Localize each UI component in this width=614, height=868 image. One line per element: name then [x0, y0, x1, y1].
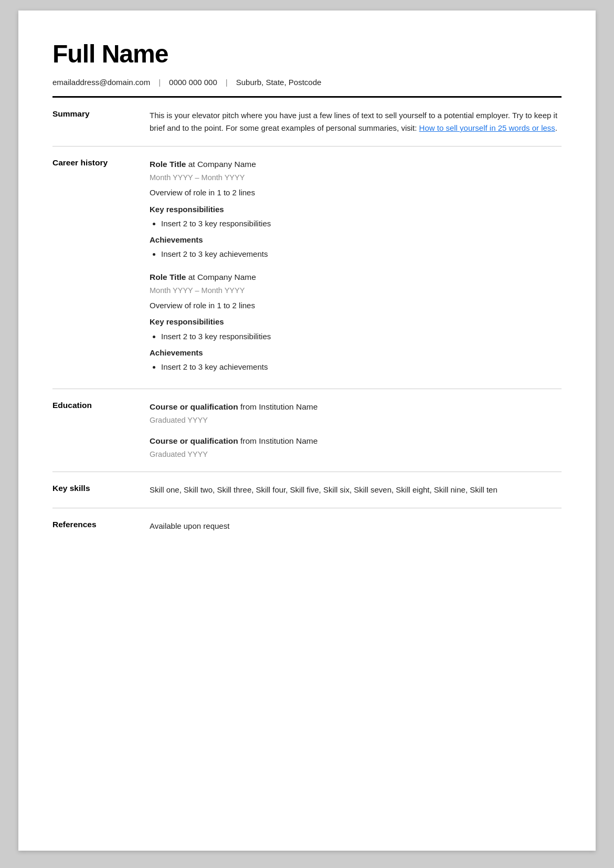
role-2-title: Role Title: [150, 273, 186, 281]
summary-text-part2: .: [555, 123, 557, 132]
role-1-achievements-label: Achievements: [150, 234, 562, 246]
edu-2-institution: from Institution Name: [240, 436, 317, 445]
full-name: Full Name: [52, 39, 562, 68]
skills-text: Skill one, Skill two, Skill three, Skill…: [150, 485, 497, 494]
career-history-label: Career history: [52, 147, 150, 389]
sections-table: Summary This is your elevator pitch wher…: [52, 98, 562, 543]
role-1-company: at Company Name: [188, 160, 256, 169]
role-1-title-line: Role Title at Company Name: [150, 158, 562, 171]
role-1-overview: Overview of role in 1 to 2 lines: [150, 186, 562, 198]
education-label: Education: [52, 389, 150, 472]
edu-1-institution: from Institution Name: [240, 402, 317, 411]
email: emailaddress@domain.com: [52, 78, 150, 87]
references-text: Available upon request: [150, 521, 229, 530]
role-1-achievement-1: Insert 2 to 3 key achievements: [161, 248, 562, 260]
education-row: Education Course or qualification from I…: [52, 389, 562, 472]
role-1-achievements-list: Insert 2 to 3 key achievements: [161, 248, 562, 260]
role-1-responsibilities-list: Insert 2 to 3 key responsibilities: [161, 217, 562, 229]
key-skills-label: Key skills: [52, 472, 150, 508]
edu-1-graduated: Graduated YYYY: [150, 414, 562, 426]
header-section: Full Name emailaddress@domain.com | 0000…: [52, 39, 562, 98]
role-2-responsibilities-label: Key responsibilities: [150, 316, 562, 328]
summary-link[interactable]: How to sell yourself in 25 words or less: [419, 123, 555, 132]
phone: 0000 000 000: [169, 78, 217, 87]
role-2-title-line: Role Title at Company Name: [150, 271, 562, 284]
role-2-achievement-1: Insert 2 to 3 key achievements: [161, 361, 562, 373]
contact-row: emailaddress@domain.com | 0000 000 000 |…: [52, 78, 562, 87]
role-1-responsibility-1: Insert 2 to 3 key responsibilities: [161, 217, 562, 229]
divider-1: |: [158, 78, 161, 87]
edu-2-graduated: Graduated YYYY: [150, 448, 562, 460]
role-2-dates: Month YYYY – Month YYYY: [150, 285, 562, 296]
role-1-responsibilities-label: Key responsibilities: [150, 203, 562, 215]
edu-1-course: Course or qualification: [150, 402, 238, 411]
role-2-overview: Overview of role in 1 to 2 lines: [150, 299, 562, 311]
education-content: Course or qualification from Institution…: [150, 389, 562, 472]
career-history-content: Role Title at Company Name Month YYYY – …: [150, 147, 562, 389]
references-row: References Available upon request: [52, 508, 562, 543]
role-block-1: Role Title at Company Name Month YYYY – …: [150, 158, 562, 260]
edu-block-2: Course or qualification from Institution…: [150, 435, 562, 460]
location: Suburb, State, Postcode: [236, 78, 322, 87]
summary-label: Summary: [52, 98, 150, 147]
role-block-2: Role Title at Company Name Month YYYY – …: [150, 271, 562, 373]
key-skills-row: Key skills Skill one, Skill two, Skill t…: [52, 472, 562, 508]
resume-page: Full Name emailaddress@domain.com | 0000…: [18, 11, 596, 851]
summary-row: Summary This is your elevator pitch wher…: [52, 98, 562, 147]
role-2-company: at Company Name: [188, 273, 256, 281]
edu-1-course-line: Course or qualification from Institution…: [150, 401, 562, 413]
edu-block-1: Course or qualification from Institution…: [150, 401, 562, 426]
edu-2-course: Course or qualification: [150, 436, 238, 445]
role-2-responsibilities-list: Insert 2 to 3 key responsibilities: [161, 330, 562, 342]
role-2-achievements-label: Achievements: [150, 347, 562, 359]
summary-content: This is your elevator pitch where you ha…: [150, 98, 562, 147]
summary-text: This is your elevator pitch where you ha…: [150, 111, 557, 132]
role-2-achievements-list: Insert 2 to 3 key achievements: [161, 361, 562, 373]
career-history-row: Career history Role Title at Company Nam…: [52, 147, 562, 389]
role-1-title: Role Title: [150, 160, 186, 169]
edu-2-course-line: Course or qualification from Institution…: [150, 435, 562, 447]
role-2-responsibility-1: Insert 2 to 3 key responsibilities: [161, 330, 562, 342]
divider-2: |: [226, 78, 228, 87]
references-content: Available upon request: [150, 508, 562, 543]
key-skills-content: Skill one, Skill two, Skill three, Skill…: [150, 472, 562, 508]
references-label: References: [52, 508, 150, 543]
role-1-dates: Month YYYY – Month YYYY: [150, 172, 562, 183]
